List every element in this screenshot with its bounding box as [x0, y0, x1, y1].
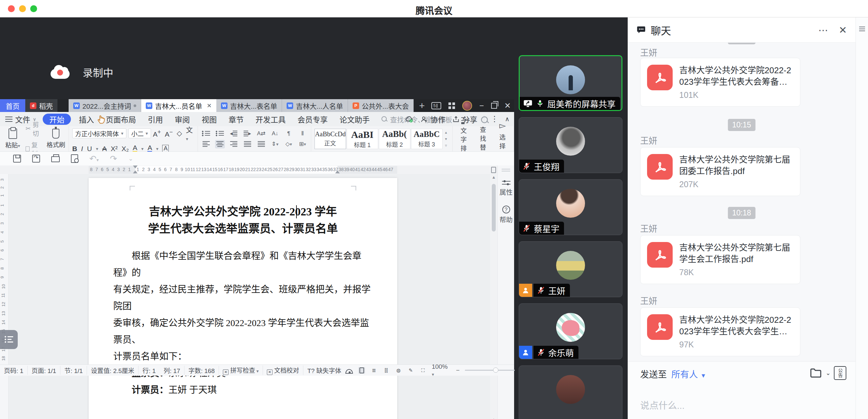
participant-tile[interactable]: 余乐萌 [519, 303, 622, 359]
zoom-slider[interactable] [465, 370, 516, 371]
spell-check-button[interactable]: ✕拼写检查 ▾ [219, 365, 263, 375]
page-view-icon[interactable] [358, 367, 365, 374]
columns-button[interactable]: ⫴ [298, 129, 308, 138]
participant-tile-sharing[interactable]: 屈美希的屏幕共享 [519, 55, 622, 111]
edit-pen-icon[interactable]: ✎ [407, 367, 414, 374]
participant-tile[interactable]: 王俊翔 [519, 117, 622, 173]
save-button[interactable] [13, 155, 21, 162]
distribute-button[interactable] [256, 140, 266, 148]
superscript-button[interactable]: X² [111, 145, 118, 153]
participant-tile-partial[interactable] [519, 365, 622, 419]
left-indent-marker[interactable] [133, 171, 137, 173]
help-tab[interactable]: ? 帮助 [498, 206, 515, 224]
tab-close-icon[interactable]: ✕ [207, 102, 212, 109]
tab-docer[interactable]: d 稻壳 [25, 99, 57, 112]
tab-document-3[interactable]: W 吉林大...表名单 [216, 99, 282, 112]
redo-button[interactable]: ↷ [110, 154, 117, 164]
print-button[interactable] [51, 156, 60, 162]
zoom-out-button[interactable]: − [456, 367, 460, 374]
page-thumb-icon[interactable] [491, 167, 496, 173]
justify-button[interactable] [243, 140, 252, 148]
menu-tab-view[interactable]: 视图 [196, 114, 223, 125]
first-line-indent-marker[interactable] [133, 166, 137, 169]
bullet-list-button[interactable] [201, 129, 211, 138]
chat-messages[interactable]: 10:09 王妍 吉林大学公共外交学院2022-2023学年学生代表大会筹备工作… [628, 18, 856, 361]
workspace-grid-icon[interactable] [448, 102, 455, 109]
menu-tab-review[interactable]: 审阅 [169, 114, 196, 125]
cloud-sync-icon[interactable] [405, 115, 414, 123]
web-view-icon[interactable]: ◍ [395, 367, 402, 374]
menu-tab-home[interactable]: 开始 [43, 114, 71, 125]
shading-button[interactable]: ◇▾ [284, 140, 294, 148]
scroll-up-icon[interactable]: ▲ [490, 175, 497, 180]
font-size-select[interactable]: 小二▾ [128, 128, 151, 138]
paste-button[interactable]: 粘贴▾ [3, 128, 22, 149]
format-painter-button[interactable]: 格式刷 [46, 129, 65, 149]
vertical-ruler[interactable]: 321123456789101112131415161718 [0, 174, 8, 419]
document-page[interactable]: 吉林大学公共外交学院 2022-2023 学年 学生代表大会选举监票员、计票员名… [89, 178, 397, 419]
increase-indent-button[interactable]: ▸ [243, 129, 252, 138]
menu-tab-references[interactable]: 引用 [142, 114, 169, 125]
cut-button[interactable]: ✂剪切 [26, 120, 43, 138]
missing-font-button[interactable]: T? 缺失字体 [303, 366, 345, 375]
book-view-icon[interactable]: ⫿⫿ [383, 367, 390, 374]
new-tab-button[interactable]: + [414, 99, 430, 112]
line-spacing-button[interactable]: ⇕▾ [270, 140, 280, 148]
minimize-icon[interactable]: − [479, 101, 484, 110]
show-marks-button[interactable]: ¶ [284, 129, 294, 138]
close-icon[interactable]: ✕ [504, 101, 511, 110]
hamburger-icon[interactable] [859, 27, 865, 31]
folder-icon[interactable] [809, 366, 823, 380]
close-icon[interactable]: ✕ [839, 24, 847, 36]
panel-drag-handle[interactable] [502, 169, 510, 171]
file-message-card[interactable]: 吉林大学公共外交学院2022-2023学年学生代表大会学生代表名... 97K [640, 307, 800, 356]
tab-presentation[interactable]: P 公共外...表大会 [348, 99, 414, 112]
zoom-level[interactable]: 100% ▾ [432, 363, 451, 378]
properties-tab[interactable]: 属性 [498, 180, 515, 197]
subscript-button[interactable]: X₂ [121, 145, 129, 153]
align-right-button[interactable] [229, 140, 239, 148]
styles-scroll-arrows[interactable]: ▴▾▿ [443, 130, 449, 148]
style-heading1[interactable]: AaBI 标题 1 [347, 129, 378, 149]
align-center-button[interactable] [215, 140, 225, 148]
chat-input[interactable]: 说点什么... [640, 398, 684, 412]
eye-protect-icon[interactable] [345, 369, 353, 374]
zoom-knob[interactable] [493, 367, 498, 373]
file-message-card[interactable]: 吉林大学公共外交学院第七届团委工作报告.pdf 207K [640, 147, 800, 196]
right-indent-marker[interactable] [335, 171, 340, 173]
fit-page-icon[interactable]: ⛶ [420, 367, 427, 374]
file-message-card[interactable]: 吉林大学公共外交学院第七届学生会工作报告.pdf 78K [640, 235, 800, 284]
grow-font-button[interactable]: A+ [153, 129, 161, 138]
menu-tab-member[interactable]: 会员专享 [291, 114, 334, 125]
restore-icon[interactable] [491, 103, 497, 109]
customize-quickbar-icon[interactable]: ⌄ [128, 155, 133, 162]
announcement-icon[interactable]: 公告 [834, 366, 846, 380]
send-target-selector[interactable]: 所有人 ▼ [671, 367, 706, 380]
style-normal[interactable]: AaBbCcDd 正文 [314, 129, 346, 149]
undo-button[interactable]: ↶▾ [89, 154, 99, 164]
print-preview-button[interactable] [71, 154, 78, 163]
toc-navigation-button[interactable] [0, 330, 18, 349]
more-icon[interactable]: ⋯ [818, 24, 828, 36]
underline-button[interactable]: U [87, 145, 92, 153]
avatar[interactable] [462, 101, 472, 111]
document-proof-button[interactable]: ✕文档校对 [263, 365, 303, 375]
align-left-button[interactable] [201, 140, 211, 148]
character-border-button[interactable]: A [162, 145, 169, 152]
asian-layout-button[interactable]: A⇄ [256, 129, 266, 138]
strikethrough-button[interactable]: A [102, 145, 107, 153]
decrease-indent-button[interactable]: ◂ [229, 129, 239, 138]
clear-format-icon[interactable]: ◇ [177, 129, 182, 137]
participant-tile[interactable]: 王妍 [519, 241, 622, 297]
export-button[interactable] [32, 155, 40, 162]
tab-home[interactable]: 首页 [0, 99, 25, 112]
style-heading2[interactable]: AaBb( 标题 2 [379, 129, 410, 149]
menu-tab-devtools[interactable]: 开发工具 [249, 114, 291, 125]
collaborate-button[interactable]: 协作 [420, 114, 445, 125]
folder-chevron-icon[interactable]: ⌄ [826, 369, 831, 377]
menu-tab-paper-helper[interactable]: 论文助手 [334, 114, 376, 125]
tab-document-4[interactable]: W 吉林大...人名单 [282, 99, 348, 112]
menu-tab-section[interactable]: 章节 [223, 114, 249, 125]
outline-view-icon[interactable]: ≣ [370, 367, 377, 374]
bold-button[interactable]: B [72, 145, 77, 153]
